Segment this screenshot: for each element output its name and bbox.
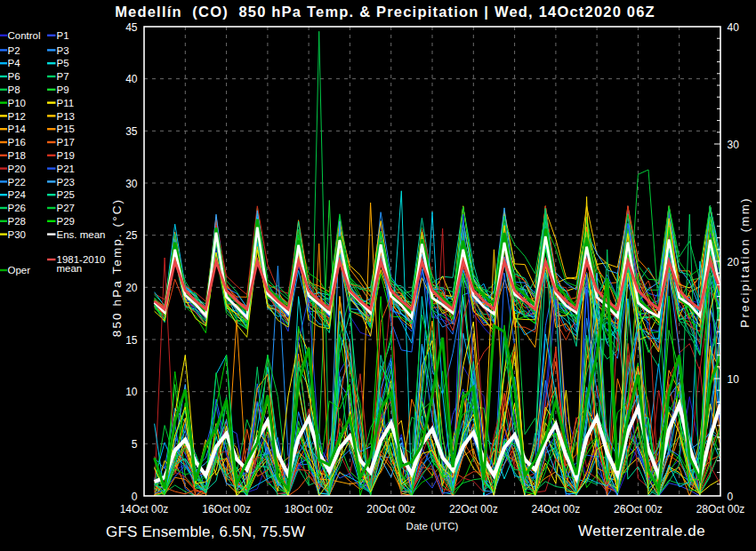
svg-text:P7: P7 xyxy=(57,71,69,82)
svg-text:30: 30 xyxy=(728,139,740,151)
svg-text:35: 35 xyxy=(125,125,138,138)
svg-text:P26: P26 xyxy=(8,203,26,213)
svg-text:25: 25 xyxy=(125,229,138,242)
svg-text:P15: P15 xyxy=(57,124,75,134)
svg-text:16Oct 00z: 16Oct 00z xyxy=(202,503,251,515)
svg-text:P4: P4 xyxy=(8,58,21,68)
svg-text:P19: P19 xyxy=(57,150,75,161)
svg-text:P22: P22 xyxy=(8,177,26,188)
svg-text:20Oct 00z: 20Oct 00z xyxy=(366,503,415,515)
svg-text:P14: P14 xyxy=(8,124,27,134)
svg-text:P16: P16 xyxy=(8,137,26,148)
svg-text:Oper: Oper xyxy=(8,265,31,276)
svg-text:P25: P25 xyxy=(57,189,75,200)
svg-text:Control: Control xyxy=(8,30,41,41)
svg-text:P30: P30 xyxy=(8,229,26,240)
svg-text:P9: P9 xyxy=(57,84,69,95)
svg-text:20: 20 xyxy=(125,282,138,294)
svg-text:GFS Ensemble, 6.5N, 75.5W: GFS Ensemble, 6.5N, 75.5W xyxy=(106,523,305,540)
svg-text:Date (UTC): Date (UTC) xyxy=(406,521,459,531)
svg-text:P2: P2 xyxy=(8,45,20,56)
svg-text:850 hPa Temp. (°C): 850 hPa Temp. (°C) xyxy=(110,198,124,337)
svg-text:P29: P29 xyxy=(57,216,75,227)
svg-text:P6: P6 xyxy=(8,71,20,82)
svg-text:14Oct 00z: 14Oct 00z xyxy=(120,503,169,515)
svg-text:P13: P13 xyxy=(57,111,75,122)
svg-text:45: 45 xyxy=(125,21,138,34)
svg-text:mean: mean xyxy=(57,263,83,274)
svg-text:P20: P20 xyxy=(8,164,26,174)
svg-text:P21: P21 xyxy=(57,164,75,174)
svg-text:24Oct 00z: 24Oct 00z xyxy=(532,503,581,515)
svg-text:P17: P17 xyxy=(57,137,75,148)
svg-text:P11: P11 xyxy=(57,98,75,108)
svg-text:10: 10 xyxy=(125,386,138,398)
svg-text:28Oct 00z: 28Oct 00z xyxy=(696,503,745,515)
svg-text:0: 0 xyxy=(728,491,734,503)
svg-text:5: 5 xyxy=(132,438,138,451)
svg-text:P18: P18 xyxy=(8,150,26,161)
svg-text:P5: P5 xyxy=(57,58,69,68)
svg-text:P28: P28 xyxy=(8,216,26,227)
svg-text:18Oct 00z: 18Oct 00z xyxy=(285,503,334,515)
svg-text:Medellín (CO) 850 hPa Temp.: Medellín (CO) 850 hPa Temp. & Precipitat… xyxy=(115,4,655,20)
svg-text:22Oct 00z: 22Oct 00z xyxy=(449,503,498,515)
svg-text:P1: P1 xyxy=(57,30,69,41)
svg-text:P23: P23 xyxy=(57,177,75,188)
svg-text:P27: P27 xyxy=(57,203,75,213)
svg-text:0: 0 xyxy=(132,491,138,503)
svg-text:Precipitation (mm): Precipitation (mm) xyxy=(738,196,752,327)
svg-text:10: 10 xyxy=(728,373,740,386)
svg-text:26Oct 00z: 26Oct 00z xyxy=(614,503,663,515)
svg-text:P10: P10 xyxy=(8,98,26,108)
svg-text:Ens. mean: Ens. mean xyxy=(57,229,106,240)
svg-text:40: 40 xyxy=(728,21,740,34)
svg-text:P12: P12 xyxy=(8,111,26,122)
svg-text:15: 15 xyxy=(125,334,138,347)
svg-text:30: 30 xyxy=(125,178,138,190)
svg-text:P24: P24 xyxy=(8,189,27,200)
svg-text:P3: P3 xyxy=(57,45,69,56)
svg-text:Wetterzentrale.de: Wetterzentrale.de xyxy=(578,523,705,539)
svg-text:40: 40 xyxy=(125,73,138,85)
svg-text:P8: P8 xyxy=(8,84,20,95)
